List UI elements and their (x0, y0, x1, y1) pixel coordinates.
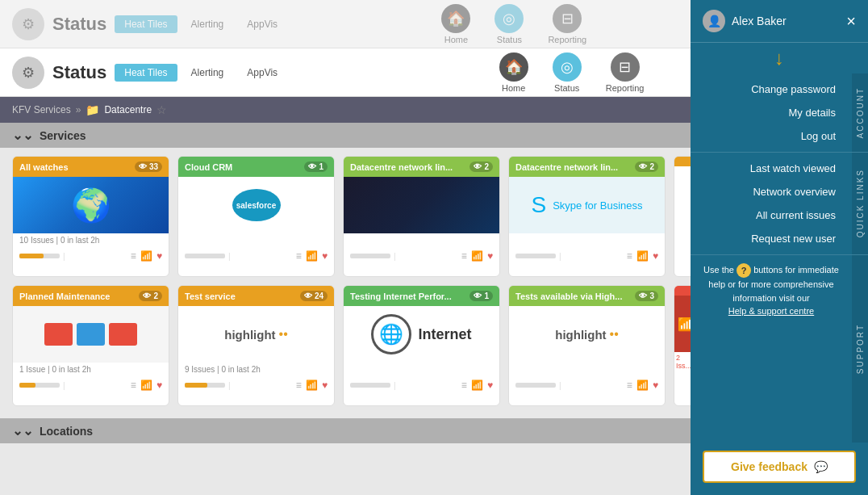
support-section: Use the ? buttons for immediate help or … (691, 255, 868, 443)
nav-status[interactable]: ◎ Status (553, 52, 582, 93)
bars-icon: ≡ (131, 250, 136, 262)
eye-icon: 👁 (308, 162, 316, 171)
tile-header-test: Test service 👁 24 (178, 286, 334, 306)
tile-badge: 👁 3 (635, 291, 658, 301)
eye-icon: 👁 (474, 162, 482, 171)
tile-title: Planned Maintenance (19, 292, 110, 301)
tile-issues-empty (178, 233, 334, 247)
tile-title: All watches (19, 162, 69, 172)
my-details-link[interactable]: My details (691, 101, 852, 124)
tile-cloud-crm[interactable]: Cloud CRM 👁 1 salesforce | ≡ 📶 (177, 156, 335, 277)
tile-test-service[interactable]: Test service 👁 24 highlight •• 9 Issues … (177, 285, 335, 406)
folder-icon: 📁 (86, 103, 99, 116)
chart-icon: 📶 (306, 380, 318, 391)
last-watch-link[interactable]: Last watch viewed (691, 157, 852, 180)
tile-issues-empty (509, 363, 665, 376)
services-label: Services (40, 129, 86, 142)
tile-title: Cloud CRM (185, 162, 232, 172)
favorite-star[interactable]: ☆ (156, 103, 167, 116)
panel-user: 👤 Alex Baker (703, 10, 787, 32)
bars-icon: ≡ (461, 250, 467, 262)
tile-footer: | ≡ 📶 ♥ (13, 247, 169, 265)
eye-icon: 👁 (143, 292, 151, 300)
log-out-link[interactable]: Log out (691, 124, 852, 148)
tile-header-internet: Testing Internet Perfor... 👁 1 (344, 286, 499, 306)
tile-tests-high[interactable]: Tests available via High... 👁 3 highligh… (508, 285, 666, 406)
tile-header-dc2: Datacentre network lin... 👁 2 (509, 157, 665, 177)
quicklinks-label: Quick links (852, 153, 868, 254)
tile-badge: 👁 2 (635, 162, 658, 172)
tab-alerting-top[interactable]: Alerting (182, 15, 234, 33)
locations-label: Locations (40, 425, 93, 438)
progress-bar (350, 383, 390, 388)
tile-issues: 9 Issues | 0 in last 2h (178, 363, 334, 376)
tile-image-internet: 🌐 Internet (344, 306, 499, 363)
tile-image-highlight2: highlight •• (509, 306, 665, 363)
tile-badge: 👁 1 (304, 162, 328, 172)
tile-internet-perf[interactable]: Testing Internet Perfor... 👁 1 🌐 Interne… (343, 285, 500, 406)
quicklinks-links: Last watch viewed Network overview All c… (691, 153, 852, 254)
highlight2-text: highlight (555, 328, 606, 342)
tile-planned-maintenance[interactable]: Planned Maintenance 👁 2 1 Issue | 0 in l… (12, 285, 169, 406)
heart-icon: ♥ (156, 380, 162, 391)
tab-appvis-top[interactable]: AppVis (237, 15, 287, 33)
tab-heat-tiles-top[interactable]: Heat Tiles (115, 15, 177, 33)
nav-reporting[interactable]: ⊟ Reporting (606, 52, 645, 93)
feedback-icon: 💬 (814, 460, 828, 473)
chart-icon: 📶 (636, 250, 649, 262)
reporting-icon-top: ⊟ (553, 4, 582, 33)
highlight-dots: •• (279, 327, 288, 342)
give-feedback-button[interactable]: Give feedback 💬 (703, 451, 856, 483)
panel-username: Alex Baker (732, 15, 787, 27)
nav-reporting-top[interactable]: ⊟ Reporting (548, 4, 586, 44)
account-section: Change password My details Log out Accou… (691, 73, 868, 153)
tab-appvis[interactable]: AppVis (237, 64, 287, 82)
tile-datacentre-2[interactable]: Datacentre network lin... 👁 2 S Skype fo… (508, 156, 666, 277)
feedback-label: Give feedback (731, 460, 807, 473)
services-collapse-icon[interactable]: ⌄⌄ (12, 128, 33, 143)
tile-badge: 👁 2 (139, 291, 162, 301)
tile-badge: 👁 33 (135, 162, 162, 172)
request-user-link[interactable]: Request new user (691, 227, 852, 250)
all-issues-link[interactable]: All current issues (691, 203, 852, 227)
panel-header: 👤 Alex Baker × (691, 0, 868, 43)
reporting-icon: ⊟ (611, 52, 640, 82)
nav-home-top[interactable]: 🏠 Home (441, 4, 470, 44)
tile-badge: 👁 2 (469, 162, 493, 172)
eye-icon: 👁 (639, 162, 647, 171)
panel-close-button[interactable]: × (846, 12, 856, 31)
bars-icon: ≡ (131, 380, 136, 391)
tile-title: Datacentre network lin... (350, 162, 453, 172)
tab-alerting[interactable]: Alerting (182, 64, 234, 82)
help-support-link[interactable]: Help & support centre (728, 306, 814, 316)
nav-home[interactable]: 🏠 Home (499, 52, 528, 93)
highlight2-dots: •• (610, 327, 619, 342)
change-password-link[interactable]: Change password (691, 78, 852, 101)
highlight-text: highlight (224, 328, 275, 342)
tile-issues: 10 Issues | 0 in last 2h (13, 233, 169, 247)
tab-heat-tiles[interactable]: Heat Tiles (115, 64, 177, 82)
tile-image-pm (13, 306, 169, 363)
heart-icon: ♥ (156, 250, 162, 262)
home-icon-top: 🏠 (441, 4, 470, 33)
support-content: Use the ? buttons for immediate help or … (691, 255, 852, 443)
main-nav-brand: ⚙ Status (12, 57, 106, 89)
help-button-icon: ? (737, 263, 751, 278)
breadcrumb-root[interactable]: KFV Services (12, 104, 71, 115)
app-title-main: Status (52, 62, 106, 83)
tile-badge: 👁 24 (300, 291, 328, 301)
tile-title: Datacentre network lin... (515, 162, 618, 172)
tile-footer: | ≡ 📶 ♥ (13, 376, 169, 394)
status-icon-top: ◎ (495, 4, 524, 33)
tile-datacentre-1[interactable]: Datacentre network lin... 👁 2 | ≡ 📶 ♥ (343, 156, 500, 277)
eye-icon: 👁 (304, 292, 312, 300)
tile-image-sf: salesforce (178, 177, 334, 233)
app-title-top: Status (52, 14, 106, 35)
tile-footer: | ≡ 📶 ♥ (178, 376, 334, 394)
locations-collapse-icon[interactable]: ⌄⌄ (12, 423, 33, 438)
chart-icon: 📶 (306, 250, 318, 262)
network-overview-link[interactable]: Network overview (691, 180, 852, 203)
nav-status-top[interactable]: ◎ Status (495, 4, 524, 44)
tile-all-watches[interactable]: All watches 👁 33 10 Issues | 0 in last 2… (12, 156, 169, 277)
bars-icon: ≡ (461, 380, 467, 391)
